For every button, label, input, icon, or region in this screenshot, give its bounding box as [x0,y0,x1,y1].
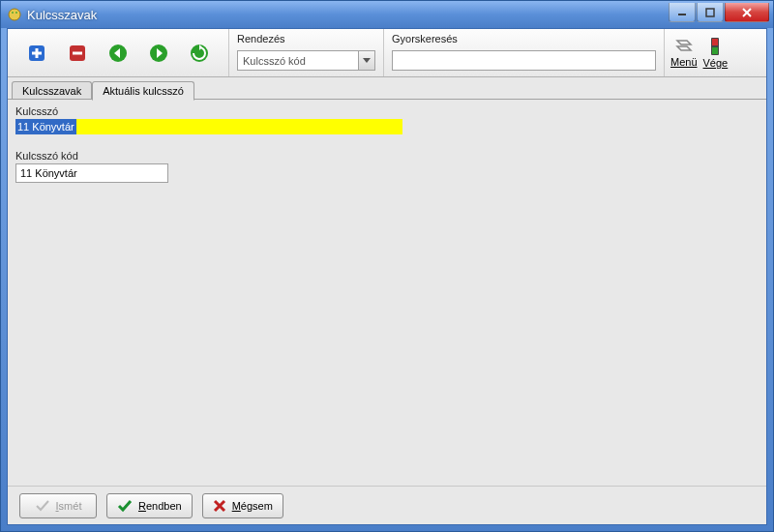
svg-point-0 [9,9,20,20]
maximize-button[interactable] [697,3,724,22]
sort-select[interactable]: Kulcsszó kód [237,50,375,71]
client-area: Rendezés Kulcsszó kód Gyorskeresés Menü [7,28,767,525]
kulcsszo-label: Kulcsszó [15,105,759,117]
svg-rect-4 [706,9,714,16]
window-controls [668,3,773,22]
titlebar[interactable]: Kulcsszavak [1,1,773,28]
svg-point-1 [12,12,14,14]
search-group: Gyorskeresés [384,29,665,76]
sort-group: Rendezés Kulcsszó kód [229,29,384,76]
kod-label: Kulcsszó kód [15,150,759,162]
sort-value: Kulcsszó kód [238,55,358,67]
tab-strip: Kulcsszavak Aktuális kulcsszó [8,77,766,99]
ismet-button: Ismét [19,493,97,518]
svg-point-2 [15,12,17,14]
rendben-label-u: R [138,500,146,512]
close-button[interactable] [725,3,769,22]
menu-label: Menü [670,56,698,68]
tab-kulcsszavak[interactable]: Kulcsszavak [12,81,92,100]
megsem-button[interactable]: Mégsem [202,493,283,518]
main-window: Kulcsszavak [0,0,774,532]
svg-rect-16 [712,39,718,45]
rendben-label-rest: endben [146,500,182,512]
toolbar: Rendezés Kulcsszó kód Gyorskeresés Menü [8,29,766,77]
tab-content: Kulcsszó 11 Könyvtár Kulcsszó kód [8,99,766,486]
megsem-label-rest: égsem [241,500,273,512]
app-icon [7,7,22,22]
rendben-button[interactable]: Rendben [106,493,193,518]
check-icon [117,499,133,513]
bottom-bar: Ismét Rendben Mégsem [8,486,766,524]
tab-aktualis[interactable]: Aktuális kulcsszó [92,81,194,101]
forward-icon[interactable] [149,44,168,63]
toolbar-right: Menü Vége [665,29,733,76]
search-label: Gyorskeresés [392,33,656,44]
cross-icon [213,499,226,513]
back-icon[interactable] [108,44,128,63]
nav-group [8,29,229,76]
refresh-icon[interactable] [190,44,209,63]
check-icon [35,499,50,513]
end-label: Vége [703,57,729,69]
minimize-button[interactable] [669,3,696,22]
window-title: Kulcsszavak [27,8,668,22]
ismet-label-rest: smét [59,500,82,512]
kod-input[interactable] [15,163,168,183]
remove-icon[interactable] [68,44,87,63]
svg-rect-17 [712,47,718,54]
chevron-down-icon [358,51,374,70]
megsem-label-u: M [232,500,241,512]
add-icon[interactable] [27,44,46,63]
search-input[interactable] [392,50,656,71]
sort-label: Rendezés [237,33,375,44]
menu-button[interactable]: Menü [670,38,698,68]
kulcsszo-value: 11 Könyvtár [15,119,76,134]
kulcsszo-field[interactable]: 11 Könyvtár [15,119,402,134]
end-button[interactable]: Vége [703,37,729,69]
